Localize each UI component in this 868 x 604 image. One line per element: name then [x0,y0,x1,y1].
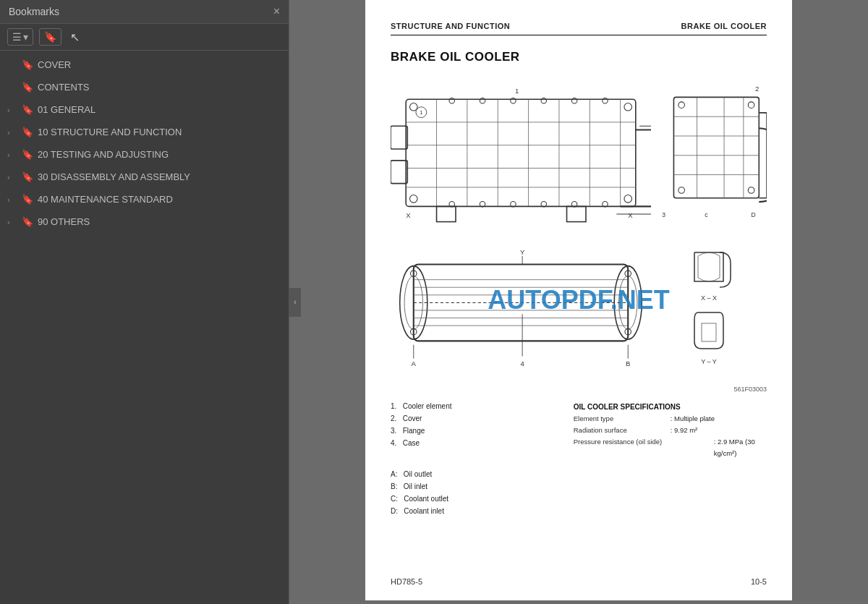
bookmark-label-20: 20 TESTING AND ADJUSTING [38,149,169,160]
diagrams-top-row: 1 [391,82,767,237]
alpha-d: D: Coolant inlet [391,505,552,517]
xx-label: X – X [701,293,717,304]
xx-section-svg [684,245,734,289]
bookmark-label-10: 10 STRUCTURE AND FUNCTION [38,127,182,137]
alpha-a: A: Oil outlet [391,468,552,480]
svg-text:1: 1 [420,109,422,116]
svg-text:Y: Y [520,248,525,256]
spec-row-pressure: Pressure resistance (oil side) : 2.9 MPa… [574,436,767,459]
alpha-b: B: Oil inlet [391,480,552,493]
diagram-front-view: 1 [391,84,651,237]
spec-label-element-type: Element type [574,413,668,425]
chevron-right-icon: › [7,195,17,204]
cross-section-svg: Y [391,245,651,379]
diagram-cross-section: Y [391,245,651,379]
spec-label-radiation: Radiation surface [574,425,668,436]
bookmark-item-01-general[interactable]: › 🔖 01 GENERAL [0,98,289,121]
svg-rect-38 [673,97,759,197]
bookmark-flag-icon: 🔖 [22,171,33,182]
header-left-text: STRUCTURE AND FUNCTION [391,22,510,30]
yy-label: Y – Y [701,357,717,367]
document-page: STRUCTURE AND FUNCTION BRAKE OIL COOLER … [365,0,792,600]
bookmark-item-40-maintenance[interactable]: › 🔖 40 MAINTENANCE STANDARD [0,188,289,210]
chevron-right-icon: › [7,173,17,182]
list-icon: ☰ [12,31,22,43]
bookmark-flag-icon: 🔖 [22,82,33,93]
alphabet-list: A: Oil outlet B: Oil inlet C: Coolant ou… [391,468,552,517]
part-2: 2. Cover [391,412,552,425]
spec-value-pressure: : 2.9 MPa (30 kg/cm²) [714,436,767,459]
svg-text:3: 3 [662,211,665,218]
bookmark-label-40: 40 MAINTENANCE STANDARD [38,194,173,205]
page-arrow-left[interactable]: ‹ [289,288,301,317]
spec-value-element-type: : Multiple plate [671,413,715,425]
svg-text:D: D [752,211,756,218]
bookmark-flag-icon: 🔖 [22,194,33,205]
chevron-right-icon: › [7,106,17,114]
svg-point-48 [678,187,685,194]
svg-text:B: B [626,360,630,368]
list-view-button[interactable]: ☰ ▾ [7,28,33,46]
bookmark-flag-icon: 🔖 [22,149,33,160]
spec-value-radiation: : 9.92 m² [671,425,698,436]
specs-title: OIL COOLER SPECIFICATIONS [574,403,767,411]
svg-point-47 [748,102,754,109]
svg-rect-30 [391,160,407,183]
svg-text:X: X [406,211,411,219]
svg-rect-34 [567,206,586,221]
bookmark-flag-icon: 🔖 [22,216,33,227]
header-right-text: BRAKE OIL COOLER [681,22,767,30]
svg-rect-33 [437,206,456,221]
chevron-spacer [7,83,17,92]
bookmark-label-30: 30 DISASSEMBLY AND ASSEMBLY [38,171,190,182]
svg-rect-29 [391,126,407,149]
part-1: 1. Cooler element [391,400,552,412]
bookmarks-panel: Bookmarks × ☰ ▾ 🔖 ↖ 🔖 COVER 🔖 CONTENTS ›… [0,0,289,604]
svg-point-15 [409,195,417,203]
svg-text:1: 1 [515,86,519,94]
document-panel: ‹ STRUCTURE AND FUNCTION BRAKE OIL COOLE… [289,0,868,604]
page-number: 10-5 [751,577,767,586]
alpha-c: C: Coolant outlet [391,493,552,505]
svg-text:A: A [412,360,417,368]
front-view-svg: 1 [391,84,651,237]
svg-text:X: X [628,211,633,219]
page-footer: HD785-5 10-5 [391,577,767,586]
info-columns: 1. Cooler element 2. Cover 3. Flange 4. … [391,400,767,517]
bookmark-item-10-structure[interactable]: › 🔖 10 STRUCTURE AND FUNCTION [0,121,289,143]
close-button[interactable]: × [273,6,280,17]
bookmark-add-button[interactable]: 🔖 [39,28,61,46]
svg-point-14 [624,103,632,111]
parts-list: 1. Cooler element 2. Cover 3. Flange 4. … [391,400,552,449]
svg-point-16 [624,195,632,203]
diagrams-bottom-row: Y [391,245,767,379]
diagram-xy-sections: X – X Y – Y [651,245,767,367]
bookmark-icon: 🔖 [44,31,56,43]
svg-text:2: 2 [755,85,759,93]
bookmark-item-90-others[interactable]: › 🔖 90 OTHERS [0,210,289,233]
bookmark-label-cover: COVER [38,59,71,70]
yy-section-svg [691,309,727,352]
spec-label-pressure: Pressure resistance (oil side) [574,436,711,459]
svg-text:4: 4 [520,360,524,368]
cursor-icon: ↖ [70,30,80,44]
svg-rect-1 [406,99,636,206]
bookmark-flag-icon: 🔖 [22,104,33,115]
svg-text:c: c [705,211,708,218]
svg-rect-77 [702,323,716,341]
bookmarks-header: Bookmarks × [0,0,289,24]
spec-row-radiation: Radiation surface : 9.92 m² [574,425,767,436]
bookmark-item-cover[interactable]: 🔖 COVER [0,54,289,76]
side-view-svg: 2 [658,82,767,237]
bookmark-item-contents[interactable]: 🔖 CONTENTS [0,76,289,98]
page-header: STRUCTURE AND FUNCTION BRAKE OIL COOLER [391,22,767,35]
bookmark-label-01: 01 GENERAL [38,104,95,115]
bookmark-item-20-testing[interactable]: › 🔖 20 TESTING AND ADJUSTING [0,143,289,166]
svg-point-49 [748,187,754,194]
bookmark-item-30-disassembly[interactable]: › 🔖 30 DISASSEMBLY AND ASSEMBLY [0,166,289,188]
chevron-right-icon: › [7,128,17,137]
chevron-right-icon: › [7,150,17,159]
svg-point-46 [678,102,685,109]
bookmark-label-90: 90 OTHERS [38,216,90,227]
parts-info: 1. Cooler element 2. Cover 3. Flange 4. … [391,400,552,517]
